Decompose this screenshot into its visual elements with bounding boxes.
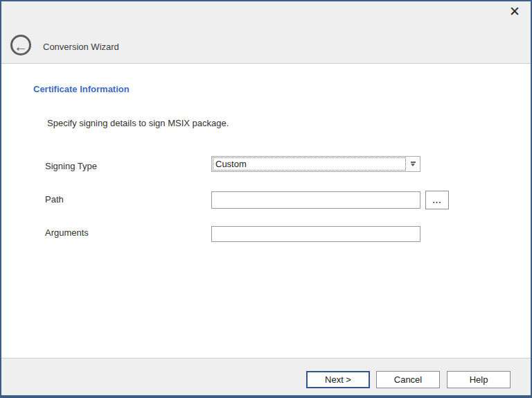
next-button[interactable]: Next >	[306, 371, 370, 388]
arguments-input[interactable]	[211, 226, 420, 242]
path-input[interactable]	[211, 191, 420, 209]
cancel-button[interactable]: Cancel	[376, 371, 440, 388]
browse-button[interactable]: ...	[425, 191, 449, 209]
conversion-wizard-window: ✕ ← Conversion Wizard Certificate Inform…	[0, 0, 532, 398]
wizard-page-body	[1, 64, 531, 355]
chevron-down-icon	[411, 162, 416, 166]
window-title: Conversion Wizard	[43, 35, 119, 60]
signing-type-selected-value: Custom	[213, 157, 406, 171]
help-button[interactable]: Help	[447, 371, 511, 388]
page-description: Specify signing details to sign MSIX pac…	[47, 118, 229, 128]
page-title: Certificate Information	[33, 84, 130, 94]
path-label: Path	[45, 194, 64, 205]
signing-type-label: Signing Type	[45, 161, 97, 171]
wizard-header: ✕ ← Conversion Wizard	[1, 1, 531, 64]
signing-type-dropdown-button[interactable]	[407, 157, 420, 171]
back-button[interactable]: ←	[10, 35, 31, 55]
signing-type-dropdown[interactable]: Custom	[211, 156, 420, 172]
arguments-label: Arguments	[45, 227, 89, 238]
close-icon[interactable]: ✕	[505, 3, 522, 19]
